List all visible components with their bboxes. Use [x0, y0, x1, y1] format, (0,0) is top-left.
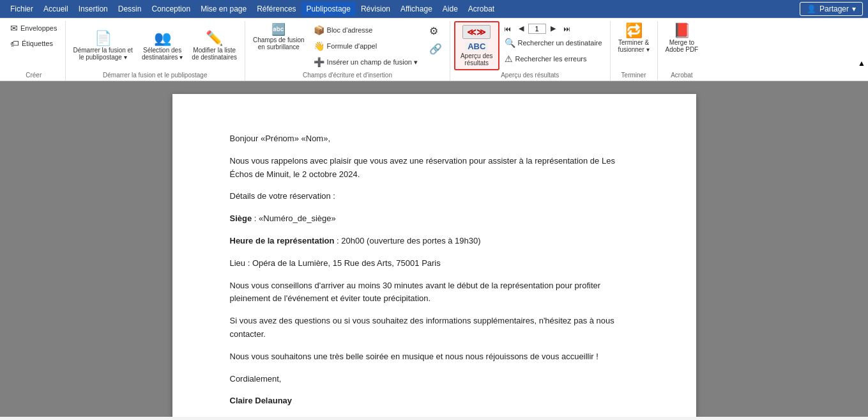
preview-arrows-icon: ≪≫ [467, 27, 486, 37]
terminer-fusionner-button[interactable]: 🔁 Terminer &fusionner ▾ [614, 21, 653, 56]
menu-accueil[interactable]: Accueil [38, 2, 73, 16]
menu-insertion[interactable]: Insertion [73, 2, 113, 16]
insert-field-icon: ➕ [314, 57, 324, 67]
ribbon-group-apercu-content: ≪≫ ABC Aperçu desrésultats ⏮ ◀ [454, 21, 606, 70]
ribbon-group-creer-label: Créer [6, 70, 61, 81]
demarrer-fusion-button[interactable]: 📄 Démarrer la fusion etle publipostage ▾ [70, 29, 137, 63]
match-fields-icon: 🔗 [429, 43, 442, 55]
next-record-icon: ▶ [551, 24, 556, 33]
rules-icon: ⚙ [429, 25, 438, 37]
doc-lieu: Lieu : Opéra de la Lumière, 15 Rue des A… [230, 257, 639, 270]
extra-icon-2[interactable]: 🔗 [425, 41, 446, 57]
ribbon-group-terminer-content: 🔁 Terminer &fusionner ▾ [614, 21, 653, 70]
extra-icon-1[interactable]: ⚙ [425, 23, 446, 39]
ribbon-group-champs-label: Champs d'écriture et d'insertion [249, 70, 446, 81]
prev-record-button[interactable]: ◀ [515, 23, 527, 34]
doc-questions: Si vous avez des questions ou si vous so… [230, 315, 639, 341]
menu-publipostage[interactable]: Publipostage [301, 2, 356, 16]
ribbon-expand-button[interactable]: ▲ [858, 59, 865, 68]
greeting-line-icon: 👋 [314, 41, 324, 51]
ribbon-group-acrobat: 📕 Merge toAdobe PDF Acrobat [658, 21, 706, 81]
ribbon-group-fusion-label: Démarrer la fusion et le publipostage [70, 70, 241, 81]
bloc-adresse-button[interactable]: 📦 Bloc d'adresse [310, 23, 422, 37]
adobe-pdf-icon: 📕 [673, 24, 690, 38]
doc-heure: Heure de la représentation : 20h00 (ouve… [230, 235, 639, 248]
menu-aide[interactable]: Aide [438, 2, 463, 16]
ribbon-group-creer-content: ✉ Fichier Enveloppes 🏷 Étiquettes [6, 21, 61, 70]
label-icon: 🏷 [10, 38, 19, 49]
last-record-icon: ⏭ [563, 25, 570, 33]
menu-fichier[interactable]: Fichier [5, 2, 38, 16]
finish-merge-icon: 🔁 [625, 24, 643, 38]
rechercher-erreurs-button[interactable]: ⚠ Rechercher les erreurs [501, 52, 606, 66]
doc-signature-name: Claire Delaunay [230, 394, 639, 408]
prev-record-icon: ◀ [519, 24, 524, 33]
rechercher-destinataire-button[interactable]: 🔍 Rechercher un destinataire [501, 36, 606, 50]
menu-mise-en-page[interactable]: Mise en page [195, 2, 252, 16]
etiquettes-button[interactable]: 🏷 Étiquettes [6, 36, 61, 51]
doc-siege: Siège : «Numéro_de_siège» [230, 212, 639, 226]
ribbon-group-creer: ✉ Fichier Enveloppes 🏷 Étiquettes Créer [3, 21, 66, 81]
first-record-button[interactable]: ⏮ [501, 24, 514, 34]
ribbon-group-fusion: 📄 Démarrer la fusion etle publipostage ▾… [66, 21, 245, 81]
ribbon-group-champs-content: 🔤 Champs de fusionen surbrillance 📦 Bloc… [249, 21, 446, 70]
selection-destinataires-button[interactable]: 👥 Sélection desdestinataires ▾ [138, 29, 187, 63]
ribbon-content: ✉ Fichier Enveloppes 🏷 Étiquettes Créer … [0, 18, 868, 81]
ribbon-group-terminer: 🔁 Terminer &fusionner ▾ Terminer [611, 21, 658, 81]
share-button[interactable]: 👤 Partager ▾ [800, 2, 863, 16]
document-area: Bonjour «Prénom» «Nom», Nous vous rappel… [0, 81, 868, 417]
search-recipient-icon: 🔍 [505, 38, 515, 48]
doc-conseil: Nous vous conseillons d'arriver au moins… [230, 279, 639, 306]
check-errors-icon: ⚠ [505, 54, 513, 64]
menu-references[interactable]: Références [252, 2, 301, 16]
edit-list-icon: ✏️ [206, 31, 223, 45]
merge-start-icon: 📄 [95, 31, 112, 45]
merge-adobe-pdf-button[interactable]: 📕 Merge toAdobe PDF [662, 21, 703, 56]
modifier-liste-button[interactable]: ✏️ Modifier la listede destinataires [188, 29, 241, 63]
address-block-icon: 📦 [314, 25, 324, 35]
doc-cordialement: Cordialement, [230, 373, 639, 386]
ribbon-group-terminer-label: Terminer [614, 70, 653, 81]
menu-dessin[interactable]: Dessin [113, 2, 147, 16]
ribbon-group-champs: 🔤 Champs de fusionen surbrillance 📦 Bloc… [245, 21, 450, 81]
envelope-icon: ✉ [10, 23, 18, 33]
first-record-icon: ⏮ [504, 25, 511, 33]
champs-fusion-surbrillance-button[interactable]: 🔤 Champs de fusionen surbrillance [249, 21, 308, 53]
next-record-button[interactable]: ▶ [547, 23, 559, 34]
menu-revision[interactable]: Révision [356, 2, 395, 16]
ribbon-group-acrobat-content: 📕 Merge toAdobe PDF [662, 21, 703, 70]
doc-greeting: Bonjour «Prénom» «Nom», [230, 132, 639, 146]
share-icon: 👤 [807, 4, 816, 13]
ribbon-group-apercu-label: Aperçu des résultats [454, 70, 606, 81]
menu-bar: Fichier Accueil Insertion Dessin Concept… [0, 0, 868, 18]
ribbon-group-apercu: ≪≫ ABC Aperçu desrésultats ⏮ ◀ [450, 21, 611, 81]
menu-acrobat[interactable]: Acrobat [463, 2, 499, 16]
document-page: Bonjour «Prénom» «Nom», Nous vous rappel… [172, 94, 696, 417]
doc-soiree: Nous vous souhaitons une très belle soir… [230, 350, 639, 364]
expand-ribbon-icon: ▲ [858, 59, 865, 68]
inserer-champ-fusion-button[interactable]: ➕ Insérer un champ de fusion ▾ [310, 55, 422, 69]
menu-affichage[interactable]: Affichage [395, 2, 438, 16]
chevron-down-icon: ▾ [852, 4, 856, 13]
doc-details-header: Détails de votre réservation : [230, 190, 639, 203]
doc-para-1: Nous vous rappelons avec plaisir que vou… [230, 155, 639, 182]
record-number-input[interactable] [528, 24, 546, 34]
highlight-fields-icon: 🔤 [271, 24, 286, 35]
apercu-resultats-button[interactable]: ≪≫ ABC Aperçu desrésultats [454, 21, 499, 70]
ribbon-group-fusion-content: 📄 Démarrer la fusion etle publipostage ▾… [70, 21, 241, 70]
ribbon-group-acrobat-label: Acrobat [662, 70, 703, 81]
recipients-icon: 👥 [154, 31, 171, 45]
enveloppes-button[interactable]: ✉ Fichier Enveloppes [6, 21, 61, 35]
last-record-button[interactable]: ⏭ [560, 24, 574, 34]
formule-appel-button[interactable]: 👋 Formule d'appel [310, 39, 422, 53]
menu-conception[interactable]: Conception [146, 2, 195, 16]
ribbon: ✉ Fichier Enveloppes 🏷 Étiquettes Créer … [0, 18, 868, 81]
